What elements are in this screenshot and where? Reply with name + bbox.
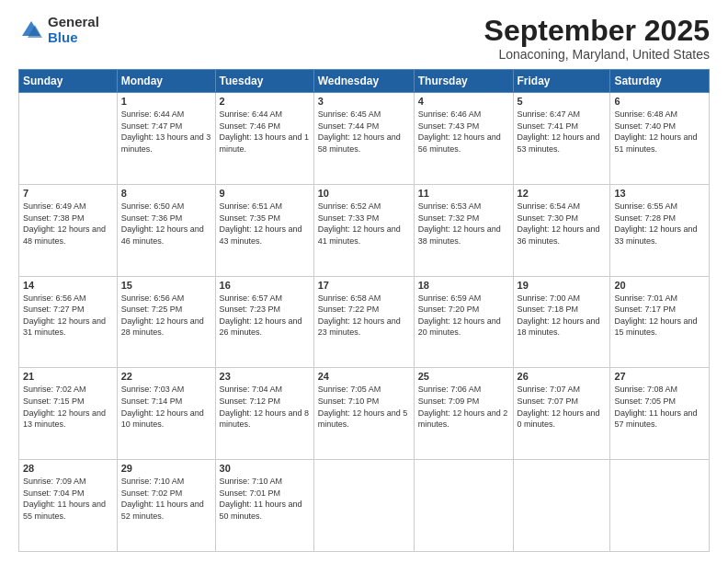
month-title: September 2025	[484, 15, 710, 47]
calendar-week-row: 1Sunrise: 6:44 AMSunset: 7:47 PMDaylight…	[19, 93, 710, 185]
day-number: 23	[220, 371, 310, 382]
day-number: 14	[23, 280, 113, 291]
day-info: Sunrise: 7:06 AMSunset: 7:09 PMDaylight:…	[418, 384, 509, 430]
table-row: 10Sunrise: 6:52 AMSunset: 7:33 PMDayligh…	[313, 184, 414, 276]
day-number: 20	[614, 280, 705, 291]
table-row: 13Sunrise: 6:55 AMSunset: 7:28 PMDayligh…	[610, 184, 710, 276]
day-info: Sunrise: 6:48 AMSunset: 7:40 PMDaylight:…	[614, 109, 705, 155]
day-info: Sunrise: 6:55 AMSunset: 7:28 PMDaylight:…	[614, 201, 705, 247]
calendar-week-row: 7Sunrise: 6:49 AMSunset: 7:38 PMDaylight…	[19, 184, 710, 276]
day-info: Sunrise: 6:44 AMSunset: 7:46 PMDaylight:…	[220, 109, 310, 155]
col-sunday: Sunday	[19, 70, 118, 93]
table-row: 7Sunrise: 6:49 AMSunset: 7:38 PMDaylight…	[19, 184, 118, 276]
day-info: Sunrise: 6:56 AMSunset: 7:25 PMDaylight:…	[121, 293, 211, 339]
day-number: 15	[121, 280, 211, 291]
table-row: 22Sunrise: 7:03 AMSunset: 7:14 PMDayligh…	[117, 368, 215, 460]
day-info: Sunrise: 6:52 AMSunset: 7:33 PMDaylight:…	[318, 201, 410, 247]
table-row: 3Sunrise: 6:45 AMSunset: 7:44 PMDaylight…	[313, 93, 414, 185]
day-info: Sunrise: 6:44 AMSunset: 7:47 PMDaylight:…	[121, 109, 211, 155]
table-row: 14Sunrise: 6:56 AMSunset: 7:27 PMDayligh…	[19, 276, 118, 368]
table-row: 16Sunrise: 6:57 AMSunset: 7:23 PMDayligh…	[215, 276, 313, 368]
table-row: 4Sunrise: 6:46 AMSunset: 7:43 PMDaylight…	[414, 93, 513, 185]
table-row	[313, 460, 414, 552]
day-info: Sunrise: 6:58 AMSunset: 7:22 PMDaylight:…	[318, 293, 410, 339]
table-row: 23Sunrise: 7:04 AMSunset: 7:12 PMDayligh…	[215, 368, 313, 460]
table-row: 20Sunrise: 7:01 AMSunset: 7:17 PMDayligh…	[610, 276, 710, 368]
calendar-table: Sunday Monday Tuesday Wednesday Thursday…	[18, 69, 710, 552]
table-row: 9Sunrise: 6:51 AMSunset: 7:35 PMDaylight…	[215, 184, 313, 276]
table-row: 11Sunrise: 6:53 AMSunset: 7:32 PMDayligh…	[414, 184, 513, 276]
top-section: General Blue September 2025 Lonaconing, …	[18, 15, 710, 62]
table-row: 27Sunrise: 7:08 AMSunset: 7:05 PMDayligh…	[610, 368, 710, 460]
calendar-week-row: 21Sunrise: 7:02 AMSunset: 7:15 PMDayligh…	[19, 368, 710, 460]
table-row: 26Sunrise: 7:07 AMSunset: 7:07 PMDayligh…	[513, 368, 610, 460]
day-info: Sunrise: 7:04 AMSunset: 7:12 PMDaylight:…	[220, 384, 310, 430]
day-number: 8	[121, 188, 211, 199]
col-tuesday: Tuesday	[215, 70, 313, 93]
logo-blue-text: Blue	[48, 30, 99, 46]
day-number: 13	[614, 188, 705, 199]
day-info: Sunrise: 7:09 AMSunset: 7:04 PMDaylight:…	[23, 476, 113, 522]
table-row: 24Sunrise: 7:05 AMSunset: 7:10 PMDayligh…	[313, 368, 414, 460]
table-row: 19Sunrise: 7:00 AMSunset: 7:18 PMDayligh…	[513, 276, 610, 368]
logo-icon	[18, 17, 44, 43]
col-thursday: Thursday	[414, 70, 513, 93]
calendar-header-row: Sunday Monday Tuesday Wednesday Thursday…	[19, 70, 710, 93]
logo-general-text: General	[48, 15, 99, 30]
day-info: Sunrise: 6:56 AMSunset: 7:27 PMDaylight:…	[23, 293, 113, 339]
table-row	[414, 460, 513, 552]
day-number: 10	[318, 188, 410, 199]
table-row: 28Sunrise: 7:09 AMSunset: 7:04 PMDayligh…	[19, 460, 118, 552]
logo-text: General Blue	[48, 15, 99, 45]
day-info: Sunrise: 6:50 AMSunset: 7:36 PMDaylight:…	[121, 201, 211, 247]
table-row: 5Sunrise: 6:47 AMSunset: 7:41 PMDaylight…	[513, 93, 610, 185]
table-row: 30Sunrise: 7:10 AMSunset: 7:01 PMDayligh…	[215, 460, 313, 552]
day-info: Sunrise: 7:05 AMSunset: 7:10 PMDaylight:…	[318, 384, 410, 430]
table-row: 12Sunrise: 6:54 AMSunset: 7:30 PMDayligh…	[513, 184, 610, 276]
col-monday: Monday	[117, 70, 215, 93]
table-row	[610, 460, 710, 552]
day-number: 7	[23, 188, 113, 199]
day-info: Sunrise: 6:47 AMSunset: 7:41 PMDaylight:…	[518, 109, 607, 155]
day-number: 9	[220, 188, 310, 199]
table-row: 2Sunrise: 6:44 AMSunset: 7:46 PMDaylight…	[215, 93, 313, 185]
day-number: 27	[614, 371, 705, 382]
day-info: Sunrise: 7:07 AMSunset: 7:07 PMDaylight:…	[518, 384, 607, 430]
day-number: 16	[220, 280, 310, 291]
day-info: Sunrise: 6:51 AMSunset: 7:35 PMDaylight:…	[220, 201, 310, 247]
day-info: Sunrise: 6:49 AMSunset: 7:38 PMDaylight:…	[23, 201, 113, 247]
location: Lonaconing, Maryland, United States	[484, 47, 710, 62]
day-number: 5	[518, 96, 607, 107]
col-wednesday: Wednesday	[313, 70, 414, 93]
day-number: 11	[418, 188, 509, 199]
day-info: Sunrise: 7:02 AMSunset: 7:15 PMDaylight:…	[23, 384, 113, 430]
day-info: Sunrise: 7:01 AMSunset: 7:17 PMDaylight:…	[614, 293, 705, 339]
logo: General Blue	[18, 15, 99, 45]
day-number: 30	[220, 463, 310, 474]
day-number: 26	[518, 371, 607, 382]
col-saturday: Saturday	[610, 70, 710, 93]
day-number: 19	[518, 280, 607, 291]
day-info: Sunrise: 6:54 AMSunset: 7:30 PMDaylight:…	[518, 201, 607, 247]
day-number: 28	[23, 463, 113, 474]
day-info: Sunrise: 6:57 AMSunset: 7:23 PMDaylight:…	[220, 293, 310, 339]
table-row: 8Sunrise: 6:50 AMSunset: 7:36 PMDaylight…	[117, 184, 215, 276]
day-number: 17	[318, 280, 410, 291]
day-number: 1	[121, 96, 211, 107]
day-info: Sunrise: 7:10 AMSunset: 7:01 PMDaylight:…	[220, 476, 310, 522]
table-row: 1Sunrise: 6:44 AMSunset: 7:47 PMDaylight…	[117, 93, 215, 185]
table-row: 29Sunrise: 7:10 AMSunset: 7:02 PMDayligh…	[117, 460, 215, 552]
day-number: 12	[518, 188, 607, 199]
day-info: Sunrise: 7:00 AMSunset: 7:18 PMDaylight:…	[518, 293, 607, 339]
calendar-week-row: 28Sunrise: 7:09 AMSunset: 7:04 PMDayligh…	[19, 460, 710, 552]
header-right: September 2025 Lonaconing, Maryland, Uni…	[484, 15, 710, 62]
day-number: 18	[418, 280, 509, 291]
calendar-page: General Blue September 2025 Lonaconing, …	[0, 0, 728, 563]
day-number: 6	[614, 96, 705, 107]
table-row: 25Sunrise: 7:06 AMSunset: 7:09 PMDayligh…	[414, 368, 513, 460]
day-number: 24	[318, 371, 410, 382]
day-info: Sunrise: 6:59 AMSunset: 7:20 PMDaylight:…	[418, 293, 509, 339]
day-info: Sunrise: 7:03 AMSunset: 7:14 PMDaylight:…	[121, 384, 211, 430]
table-row: 6Sunrise: 6:48 AMSunset: 7:40 PMDaylight…	[610, 93, 710, 185]
day-info: Sunrise: 6:53 AMSunset: 7:32 PMDaylight:…	[418, 201, 509, 247]
